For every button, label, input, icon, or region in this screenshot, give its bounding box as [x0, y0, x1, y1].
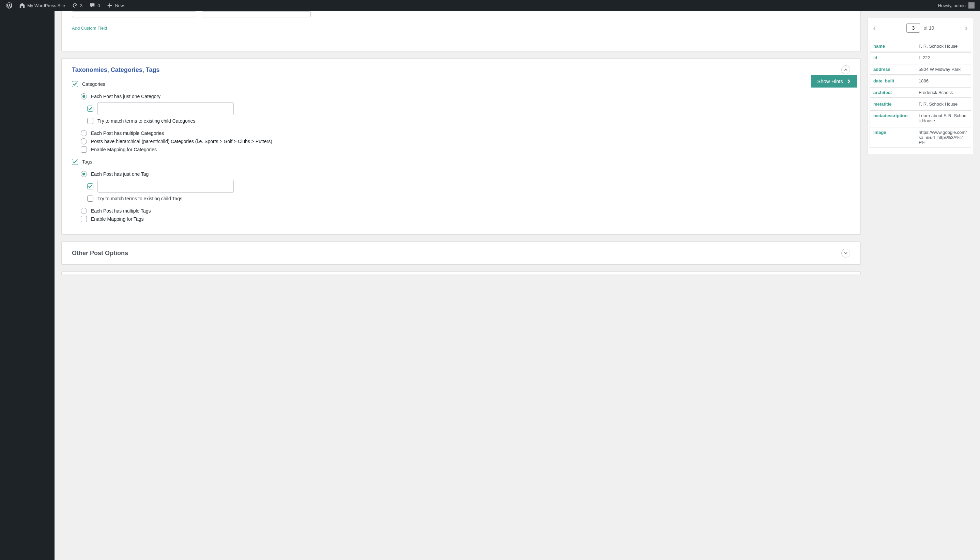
tag-value-input[interactable] — [97, 180, 234, 193]
avatar — [968, 2, 975, 8]
pager-input[interactable] — [907, 23, 920, 33]
table-row: metadescription Learn about F. R. Schock… — [870, 110, 971, 126]
cat-one-radio[interactable] — [81, 93, 87, 100]
tag-value-row — [72, 180, 850, 193]
field-val: F. R. Schock House — [915, 99, 971, 109]
check-icon — [88, 107, 92, 110]
cat-value-row — [72, 102, 850, 115]
updates[interactable]: 3 — [69, 0, 85, 11]
site-name-label: My WordPress Site — [27, 3, 65, 8]
cat-mapping-checkbox[interactable] — [81, 147, 87, 153]
tag-multiple-radio[interactable] — [81, 208, 87, 214]
check-icon — [73, 82, 77, 86]
chevron-right-icon — [846, 79, 851, 84]
categories-label: Categories — [82, 82, 105, 87]
field-key: date_built — [870, 76, 915, 86]
cat-mapping-row: Enable Mapping for Categories — [72, 147, 850, 153]
cat-mapping-label: Enable Mapping for Categories — [91, 147, 157, 152]
table-row: name F. R. Schock House — [870, 41, 971, 52]
tags-label: Tags — [82, 159, 92, 165]
cat-one-label: Each Post has just one Category — [91, 94, 160, 99]
pager-center: of 19 — [907, 23, 934, 33]
other-options-header[interactable]: Other Post Options — [62, 242, 860, 264]
add-custom-field-link[interactable]: Add Custom Field — [72, 25, 107, 31]
tag-match-label: Try to match terms to existing child Tag… — [97, 196, 182, 201]
tag-one-radio[interactable] — [81, 171, 87, 177]
table-row: metatitle F. R. Schock House — [870, 99, 971, 109]
cat-match-label: Try to match terms to existing child Cat… — [97, 118, 195, 123]
tags-checkbox[interactable] — [72, 159, 78, 165]
site-name[interactable]: My WordPress Site — [17, 0, 68, 11]
admin-bar-left: My WordPress Site 3 0 New — [3, 0, 127, 11]
cat-hier-row: Posts have hierarchical (parent/child) C… — [72, 138, 850, 145]
cat-hier-label: Posts have hierarchical (parent/child) C… — [91, 138, 272, 144]
field-key: metatitle — [870, 99, 915, 109]
cat-value-checkbox[interactable] — [87, 106, 93, 112]
pager-prev[interactable]: ‹ — [873, 23, 876, 33]
expand-toggle[interactable] — [841, 249, 850, 258]
record-table: name F. R. Schock House id L-222 address… — [870, 40, 971, 149]
categories-checkbox[interactable] — [72, 81, 78, 87]
pager-next[interactable]: › — [965, 23, 968, 33]
other-options-panel: Other Post Options — [61, 242, 861, 265]
tag-one-label: Each Post has just one Tag — [91, 171, 149, 177]
categories-toggle-row: Categories — [72, 81, 850, 87]
wordpress-icon — [6, 2, 12, 8]
taxonomies-panel: Taxonomies, Categories, Tags Categories — [61, 58, 861, 235]
field-key: image — [870, 127, 915, 148]
field-key: address — [870, 64, 915, 75]
tag-match-row: Try to match terms to existing child Tag… — [72, 195, 850, 202]
field-val: Frederick Schock — [915, 87, 971, 98]
field-val: L-222 — [915, 52, 971, 63]
chevron-up-icon — [844, 68, 848, 72]
cat-one-row: Each Post has just one Category — [72, 93, 850, 100]
main-content: Add Custom Field Taxonomies, Categories,… — [61, 11, 861, 275]
field-name-input[interactable] — [72, 11, 196, 17]
check-icon — [73, 160, 77, 163]
table-row: address 5804 W Midway Park — [870, 64, 971, 75]
field-key: id — [870, 52, 915, 63]
show-hints-label: Show Hints — [817, 78, 843, 84]
field-val: Learn about F. R. Schock House — [915, 110, 971, 126]
tag-multiple-row: Each Post has multiple Tags — [72, 208, 850, 214]
new-content[interactable]: New — [104, 0, 127, 11]
plus-icon — [107, 2, 113, 8]
preview-panel: ‹ of 19 › name F. R. Schock House id L-2… — [868, 18, 973, 154]
comments-count: 0 — [97, 3, 100, 8]
admin-bar-right[interactable]: Howdy, admin — [938, 2, 977, 8]
taxonomies-header[interactable]: Taxonomies, Categories, Tags — [62, 58, 860, 81]
tag-match-checkbox[interactable] — [87, 195, 93, 202]
table-row: id L-222 — [870, 52, 971, 63]
content-wrap: Add Custom Field Taxonomies, Categories,… — [55, 11, 980, 282]
field-val: F. R. Schock House — [915, 41, 971, 52]
field-value-input[interactable] — [202, 11, 311, 17]
cat-match-checkbox[interactable] — [87, 118, 93, 124]
cat-match-row: Try to match terms to existing child Cat… — [72, 118, 850, 124]
tag-one-row: Each Post has just one Tag — [72, 171, 850, 177]
show-hints-button[interactable]: Show Hints — [811, 75, 857, 88]
field-key: architect — [870, 87, 915, 98]
updates-count: 3 — [80, 3, 82, 8]
tag-mapping-row: Enable Mapping for Tags — [72, 216, 850, 222]
tag-mapping-checkbox[interactable] — [81, 216, 87, 222]
table-row: date_built 1886 — [870, 76, 971, 86]
admin-sidebar — [0, 11, 55, 282]
field-val: 1886 — [915, 76, 971, 86]
tag-value-checkbox[interactable] — [87, 183, 93, 189]
comments[interactable]: 0 — [87, 0, 103, 11]
custom-fields-panel: Add Custom Field — [61, 11, 861, 52]
home-icon — [19, 2, 25, 8]
collapse-toggle[interactable] — [841, 65, 850, 74]
cat-multiple-row: Each Post has multiple Categories — [72, 130, 850, 136]
field-options — [316, 11, 354, 17]
cat-value-input[interactable] — [97, 102, 234, 115]
cat-multiple-label: Each Post has multiple Categories — [91, 130, 164, 136]
tag-multiple-label: Each Post has multiple Tags — [91, 208, 151, 213]
cat-hier-radio[interactable] — [81, 138, 87, 145]
cat-multiple-radio[interactable] — [81, 130, 87, 136]
field-val: 5804 W Midway Park — [915, 64, 971, 75]
wp-logo[interactable] — [3, 0, 15, 11]
tags-toggle-row: Tags — [72, 159, 850, 165]
check-icon — [88, 185, 92, 188]
taxonomies-body: Categories Each Post has just one Catego… — [62, 81, 860, 234]
